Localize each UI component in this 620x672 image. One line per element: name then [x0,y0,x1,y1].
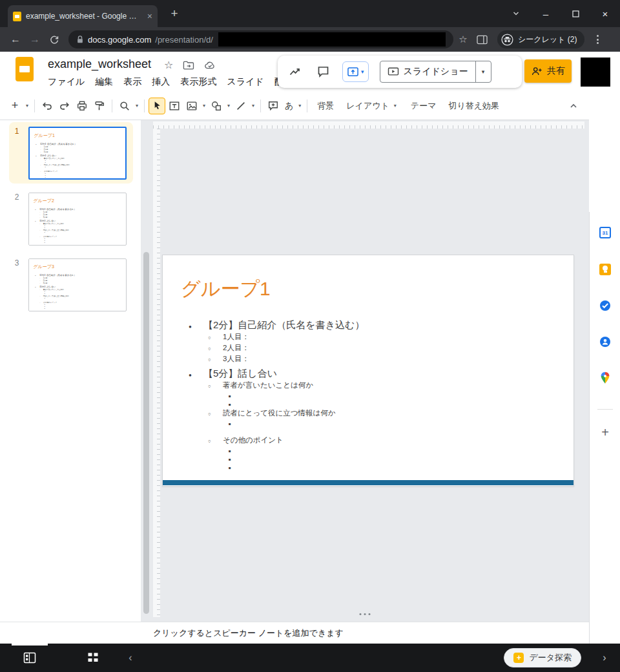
bullet-line: 【2分】自己紹介（氏名を書き込む） [186,318,555,331]
select-tool-icon[interactable] [149,98,165,114]
side-panel-icon[interactable] [473,30,491,48]
bullet-line [186,399,555,408]
document-title[interactable]: example_worksheet [48,58,151,71]
thumb-slide-title: グループ2 [34,198,54,204]
background-button[interactable]: 背景 [311,98,340,114]
active-view-indicator [12,644,48,646]
contacts-icon[interactable] [599,335,612,348]
current-slide[interactable]: グループ1 【2分】自己紹介（氏名を書き込む）1人目：2人目：3人目：【5分】話… [162,255,574,487]
slide-title[interactable]: グループ1 [181,276,271,302]
text-box-icon[interactable] [166,98,183,114]
main-area: 1 グループ1 【2分】自己紹介（氏名を書き込む）1人目：2人目：3人目：【5分… [0,120,620,622]
present-to-meeting-button[interactable]: ▾ [342,61,369,82]
menu-insert[interactable]: 挿入 [147,76,175,88]
slides-logo[interactable] [16,57,34,81]
forward-icon[interactable]: → [26,30,44,48]
side-panel: 31 + [589,212,620,672]
layout-button[interactable]: レイアウト ▾ [340,98,404,114]
comment-history-icon[interactable] [315,63,331,80]
print-icon[interactable] [74,98,90,114]
calendar-icon[interactable]: 31 [599,226,612,239]
expand-side-panel-icon[interactable]: › [598,652,611,664]
menu-slide[interactable]: スライド [222,76,269,88]
profile-avatar[interactable] [581,58,610,87]
text-style-glyph: あ [285,100,293,112]
zoom-caret-icon[interactable]: ▾ [134,103,140,109]
maps-icon[interactable] [599,372,612,384]
speaker-notes-placeholder: クリックするとスピーカー ノートを追加できます [153,627,344,639]
browser-tab[interactable]: example_worksheet - Google スライド × [8,5,158,27]
tasks-icon[interactable] [599,299,612,312]
collapse-menus-icon[interactable] [564,101,583,110]
slideshow-icon [388,67,399,77]
bullet-line [186,454,555,463]
insert-line-icon[interactable] [232,98,249,114]
star-document-icon[interactable]: ☆ [164,59,173,71]
collapse-filmstrip-icon[interactable]: ‹ [124,652,137,664]
canvas-scrollbar[interactable] [143,252,149,614]
image-caret-icon[interactable]: ▾ [201,103,207,109]
bullet-line: 2人目： [186,342,555,353]
insert-image-icon[interactable] [183,98,200,114]
new-tab-button[interactable]: + [167,6,182,21]
insert-shape-icon[interactable] [208,98,225,114]
bullet-line: 3人目： [34,216,120,218]
present-icon [347,67,359,78]
share-button[interactable]: 共有 [524,59,572,83]
zoom-icon[interactable] [116,98,133,114]
slide-thumbnail-1[interactable]: グループ1 【2分】自己紹介（氏名を書き込む）1人目：2人目：3人目：【5分】話… [28,127,127,180]
explore-button[interactable]: + データ探索 [504,648,581,667]
notes-resize-handle[interactable] [360,613,371,615]
grid-view-icon[interactable] [84,649,102,667]
bookmark-star-icon[interactable]: ☆ [455,34,471,45]
new-slide-button[interactable]: + [6,98,23,114]
thumb-slide-title: グループ1 [34,132,55,139]
close-window-button[interactable]: × [590,0,620,27]
move-folder-icon[interactable] [183,60,194,70]
text-style-tool[interactable]: あ [282,98,296,114]
bullet-line [186,419,555,427]
menu-view[interactable]: 表示 [118,76,147,88]
menu-edit[interactable]: 編集 [90,76,118,88]
minimize-button[interactable]: – [531,0,561,27]
slide-body[interactable]: 【2分】自己紹介（氏名を書き込む）1人目：2人目：3人目：【5分】話し合い著者が… [186,316,555,471]
slide-accent-bar [163,480,574,485]
tab-close-button[interactable]: × [147,12,152,21]
undo-icon[interactable] [39,98,56,114]
back-icon[interactable]: ← [6,30,25,48]
bullet-line: 3人目： [186,353,555,364]
theme-button[interactable]: テーマ [405,98,442,114]
bullet-line [34,242,120,244]
reload-icon[interactable] [45,30,63,48]
new-slide-caret-icon[interactable]: ▾ [24,103,30,109]
browser-menu-icon[interactable] [590,35,605,44]
maximize-button[interactable] [561,0,590,27]
slideshow-caret-icon[interactable]: ▾ [475,61,491,83]
menu-format[interactable]: 表示形式 [175,76,222,88]
transition-button[interactable]: 切り替え効果 [442,98,505,114]
paint-format-icon[interactable] [91,98,108,114]
menu-file[interactable]: ファイル [43,76,90,88]
slideshow-button[interactable]: スライドショー ▾ [380,61,491,83]
insert-comment-icon[interactable] [265,98,282,114]
url-input[interactable]: docs.google.com/presentation/d/ [68,30,453,48]
filmstrip-view-icon[interactable] [21,649,39,667]
cloud-status-icon[interactable] [204,60,216,70]
keep-icon[interactable] [599,263,612,276]
redo-icon[interactable] [56,98,73,114]
present-caret-icon[interactable]: ▾ [361,68,364,75]
slide-filmstrip: 1 グループ1 【2分】自己紹介（氏名を書き込む）1人目：2人目：3人目：【5分… [0,120,141,622]
activity-trending-icon[interactable] [287,63,304,80]
app-header: example_worksheet ☆ ファイル 編集 表示 挿入 表示形式 ス… [0,52,620,92]
text-style-caret-icon[interactable]: ▾ [296,103,303,109]
get-addons-icon[interactable]: + [590,425,620,440]
shape-caret-icon[interactable]: ▾ [225,103,232,109]
thumb-slide-title: グループ3 [34,264,54,270]
tab-search-icon[interactable] [501,0,531,27]
explore-icon: + [513,653,524,663]
side-panel-divider [597,409,613,410]
line-caret-icon[interactable]: ▾ [250,103,256,109]
speaker-notes[interactable]: クリックするとスピーカー ノートを追加できます [0,622,589,644]
slide-thumbnail-3[interactable]: グループ3 【2分】自己紹介（氏名を書き込む）1人目：2人目：3人目：【5分】話… [28,258,127,311]
slide-thumbnail-2[interactable]: グループ2 【2分】自己紹介（氏名を書き込む）1人目：2人目：3人目：【5分】話… [28,193,127,246]
